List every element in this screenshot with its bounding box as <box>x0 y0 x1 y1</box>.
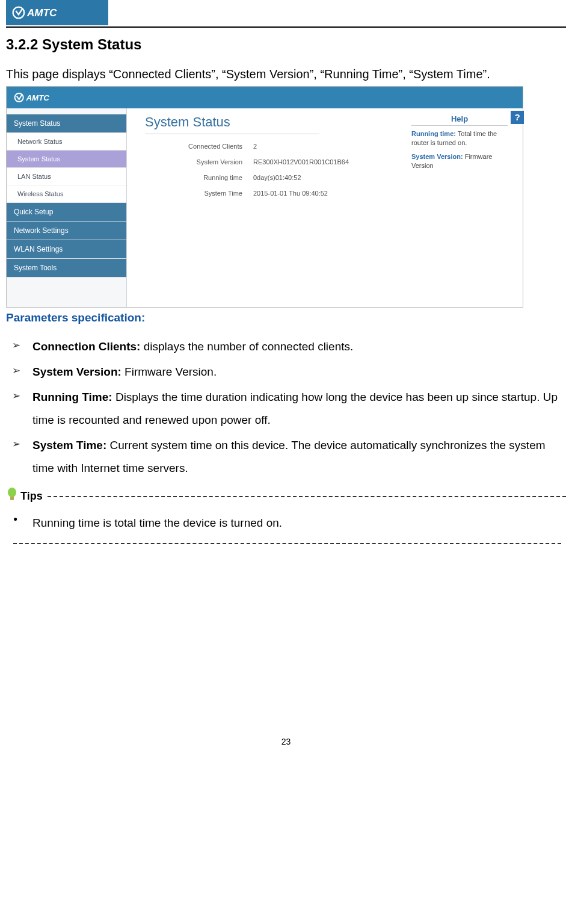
tips-label: Tips <box>20 490 43 503</box>
sidebar-item-system-status-sub[interactable]: System Status <box>7 150 126 168</box>
status-label: System Version <box>145 158 253 166</box>
status-row-connected-clients: Connected Clients 2 <box>145 143 411 150</box>
status-label: Connected Clients <box>145 143 253 150</box>
help-icon[interactable]: ? <box>511 111 524 124</box>
section-title: 3.2.2 System Status <box>6 36 566 53</box>
svg-rect-5 <box>10 497 14 500</box>
sidebar-item-system-status[interactable]: System Status <box>7 114 126 133</box>
sidebar-item-network-settings[interactable]: Network Settings <box>7 222 126 240</box>
help-row-system-version: System Version: Firmware Version <box>411 152 508 170</box>
tip-item: Running time is total time the device is… <box>10 513 566 533</box>
help-term: Running time: <box>411 130 456 137</box>
svg-point-4 <box>8 488 16 497</box>
status-label: Running time <box>145 174 253 181</box>
help-panel-title: Help <box>411 114 508 126</box>
help-panel: Help Running time: Total time the router… <box>411 114 511 295</box>
param-term: System Version: <box>32 365 121 378</box>
sidebar-item-wlan-settings[interactable]: WLAN Settings <box>7 240 126 259</box>
sidebar-item-system-tools[interactable]: System Tools <box>7 259 126 278</box>
status-row-running-time: Running time 0day(s)01:40:52 <box>145 174 411 181</box>
status-label: System Time <box>145 190 253 197</box>
tips-header: Tips <box>6 487 566 506</box>
sidebar-item-quick-setup[interactable]: Quick Setup <box>7 203 126 222</box>
help-row-running-time: Running time: Total time the router is t… <box>411 129 508 147</box>
tips-list: Running time is total time the device is… <box>10 513 566 533</box>
help-term: System Version: <box>411 153 463 160</box>
svg-text:AMTC: AMTC <box>26 7 57 19</box>
status-value: RE300XH012V001R001C01B64 <box>253 158 349 166</box>
status-value: 2015-01-01 Thu 09:40:52 <box>253 190 328 197</box>
lightbulb-icon <box>6 487 18 506</box>
status-value: 0day(s)01:40:52 <box>253 174 301 181</box>
sidebar-item-lan-status[interactable]: LAN Status <box>7 168 126 185</box>
svg-point-0 <box>13 7 25 19</box>
sidebar-item-wireless-status[interactable]: Wireless Status <box>7 185 126 203</box>
router-admin-screenshot: AMTC ? System Status Network Status Syst… <box>6 86 523 308</box>
status-row-system-time: System Time 2015-01-01 Thu 09:40:52 <box>145 190 411 197</box>
svg-text:AMTC: AMTC <box>25 93 49 102</box>
status-row-system-version: System Version RE300XH012V001R001C01B64 <box>145 158 411 166</box>
param-term: System Time: <box>32 439 106 451</box>
parameters-heading: Parameters specification: <box>6 311 566 324</box>
status-panel-title: System Status <box>145 114 319 134</box>
param-desc: Firmware Version. <box>121 365 217 378</box>
param-system-time: System Time: Current system time on this… <box>10 434 566 480</box>
page-number: 23 <box>6 737 566 756</box>
router-sidebar: System Status Network Status System Stat… <box>7 108 127 307</box>
param-running-time: Running Time: Displays the time duration… <box>10 386 566 432</box>
intro-text: This page displays “Connected Clients”, … <box>6 67 566 81</box>
svg-point-2 <box>15 93 23 102</box>
param-term: Running Time: <box>32 391 112 403</box>
param-system-version: System Version: Firmware Version. <box>10 361 566 383</box>
param-term: Connection Clients: <box>32 340 140 353</box>
param-desc: Current system time on this device. The … <box>32 439 546 474</box>
status-panel: System Status Connected Clients 2 System… <box>145 114 411 295</box>
sidebar-item-network-status[interactable]: Network Status <box>7 133 126 150</box>
param-desc: displays the number of connected clients… <box>140 340 353 353</box>
router-header-bar: AMTC <box>7 87 523 108</box>
amtc-logo-icon: AMTC <box>14 91 90 104</box>
amtc-logo-icon: AMTC <box>12 4 96 21</box>
tips-end-dashed-line <box>13 543 561 544</box>
status-value: 2 <box>253 143 257 150</box>
header-divider <box>6 26 566 28</box>
brand-logo-bar: AMTC <box>6 0 108 25</box>
parameters-list: Connection Clients: displays the number … <box>10 335 566 480</box>
param-connection-clients: Connection Clients: displays the number … <box>10 335 566 358</box>
tips-dashed-line <box>48 496 566 497</box>
